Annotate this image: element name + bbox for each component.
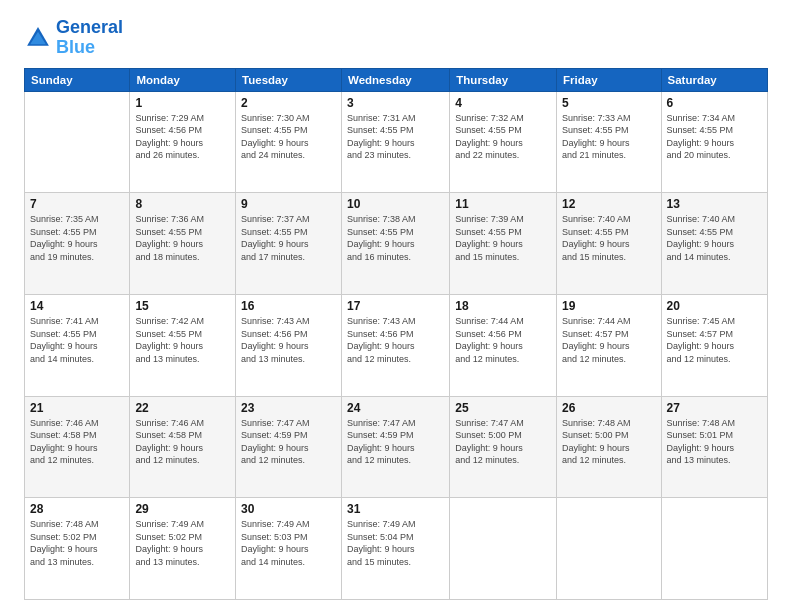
- day-number: 30: [241, 502, 336, 516]
- weekday-header: Monday: [130, 68, 236, 91]
- calendar-day-cell: 15Sunrise: 7:42 AM Sunset: 4:55 PM Dayli…: [130, 294, 236, 396]
- day-info: Sunrise: 7:46 AM Sunset: 4:58 PM Dayligh…: [30, 417, 124, 467]
- day-number: 26: [562, 401, 656, 415]
- weekday-header: Saturday: [661, 68, 767, 91]
- day-info: Sunrise: 7:35 AM Sunset: 4:55 PM Dayligh…: [30, 213, 124, 263]
- day-info: Sunrise: 7:36 AM Sunset: 4:55 PM Dayligh…: [135, 213, 230, 263]
- calendar-day-cell: 7Sunrise: 7:35 AM Sunset: 4:55 PM Daylig…: [25, 193, 130, 295]
- day-number: 11: [455, 197, 551, 211]
- weekday-header: Tuesday: [236, 68, 342, 91]
- day-number: 13: [667, 197, 762, 211]
- day-number: 3: [347, 96, 444, 110]
- day-info: Sunrise: 7:41 AM Sunset: 4:55 PM Dayligh…: [30, 315, 124, 365]
- calendar-day-cell: 8Sunrise: 7:36 AM Sunset: 4:55 PM Daylig…: [130, 193, 236, 295]
- day-info: Sunrise: 7:49 AM Sunset: 5:03 PM Dayligh…: [241, 518, 336, 568]
- calendar-day-cell: 24Sunrise: 7:47 AM Sunset: 4:59 PM Dayli…: [342, 396, 450, 498]
- calendar-day-cell: 27Sunrise: 7:48 AM Sunset: 5:01 PM Dayli…: [661, 396, 767, 498]
- calendar-day-cell: [661, 498, 767, 600]
- calendar-day-cell: 25Sunrise: 7:47 AM Sunset: 5:00 PM Dayli…: [450, 396, 557, 498]
- day-info: Sunrise: 7:44 AM Sunset: 4:57 PM Dayligh…: [562, 315, 656, 365]
- calendar-day-cell: [557, 498, 662, 600]
- day-number: 15: [135, 299, 230, 313]
- calendar-day-cell: [450, 498, 557, 600]
- day-number: 12: [562, 197, 656, 211]
- day-number: 8: [135, 197, 230, 211]
- logo-text: GeneralBlue: [56, 18, 123, 58]
- day-number: 22: [135, 401, 230, 415]
- day-number: 17: [347, 299, 444, 313]
- day-info: Sunrise: 7:33 AM Sunset: 4:55 PM Dayligh…: [562, 112, 656, 162]
- calendar-week-row: 1Sunrise: 7:29 AM Sunset: 4:56 PM Daylig…: [25, 91, 768, 193]
- calendar-day-cell: 20Sunrise: 7:45 AM Sunset: 4:57 PM Dayli…: [661, 294, 767, 396]
- day-info: Sunrise: 7:48 AM Sunset: 5:00 PM Dayligh…: [562, 417, 656, 467]
- day-info: Sunrise: 7:40 AM Sunset: 4:55 PM Dayligh…: [667, 213, 762, 263]
- calendar-day-cell: 21Sunrise: 7:46 AM Sunset: 4:58 PM Dayli…: [25, 396, 130, 498]
- day-number: 14: [30, 299, 124, 313]
- day-info: Sunrise: 7:47 AM Sunset: 5:00 PM Dayligh…: [455, 417, 551, 467]
- day-number: 24: [347, 401, 444, 415]
- day-info: Sunrise: 7:47 AM Sunset: 4:59 PM Dayligh…: [347, 417, 444, 467]
- calendar-day-cell: 9Sunrise: 7:37 AM Sunset: 4:55 PM Daylig…: [236, 193, 342, 295]
- calendar-week-row: 14Sunrise: 7:41 AM Sunset: 4:55 PM Dayli…: [25, 294, 768, 396]
- day-info: Sunrise: 7:43 AM Sunset: 4:56 PM Dayligh…: [241, 315, 336, 365]
- logo-icon: [24, 24, 52, 52]
- day-number: 31: [347, 502, 444, 516]
- weekday-header: Thursday: [450, 68, 557, 91]
- day-number: 19: [562, 299, 656, 313]
- day-info: Sunrise: 7:38 AM Sunset: 4:55 PM Dayligh…: [347, 213, 444, 263]
- day-number: 2: [241, 96, 336, 110]
- calendar-week-row: 7Sunrise: 7:35 AM Sunset: 4:55 PM Daylig…: [25, 193, 768, 295]
- calendar-day-cell: 26Sunrise: 7:48 AM Sunset: 5:00 PM Dayli…: [557, 396, 662, 498]
- day-info: Sunrise: 7:30 AM Sunset: 4:55 PM Dayligh…: [241, 112, 336, 162]
- day-info: Sunrise: 7:39 AM Sunset: 4:55 PM Dayligh…: [455, 213, 551, 263]
- calendar-day-cell: 29Sunrise: 7:49 AM Sunset: 5:02 PM Dayli…: [130, 498, 236, 600]
- day-info: Sunrise: 7:42 AM Sunset: 4:55 PM Dayligh…: [135, 315, 230, 365]
- day-info: Sunrise: 7:29 AM Sunset: 4:56 PM Dayligh…: [135, 112, 230, 162]
- calendar-day-cell: 23Sunrise: 7:47 AM Sunset: 4:59 PM Dayli…: [236, 396, 342, 498]
- day-number: 6: [667, 96, 762, 110]
- calendar-day-cell: 4Sunrise: 7:32 AM Sunset: 4:55 PM Daylig…: [450, 91, 557, 193]
- day-number: 18: [455, 299, 551, 313]
- calendar-day-cell: 14Sunrise: 7:41 AM Sunset: 4:55 PM Dayli…: [25, 294, 130, 396]
- day-number: 25: [455, 401, 551, 415]
- calendar-day-cell: 28Sunrise: 7:48 AM Sunset: 5:02 PM Dayli…: [25, 498, 130, 600]
- day-number: 23: [241, 401, 336, 415]
- day-info: Sunrise: 7:40 AM Sunset: 4:55 PM Dayligh…: [562, 213, 656, 263]
- calendar-week-row: 21Sunrise: 7:46 AM Sunset: 4:58 PM Dayli…: [25, 396, 768, 498]
- calendar-day-cell: 16Sunrise: 7:43 AM Sunset: 4:56 PM Dayli…: [236, 294, 342, 396]
- weekday-row: SundayMondayTuesdayWednesdayThursdayFrid…: [25, 68, 768, 91]
- calendar-day-cell: [25, 91, 130, 193]
- calendar-day-cell: 22Sunrise: 7:46 AM Sunset: 4:58 PM Dayli…: [130, 396, 236, 498]
- header: GeneralBlue: [24, 18, 768, 58]
- weekday-header: Sunday: [25, 68, 130, 91]
- day-number: 1: [135, 96, 230, 110]
- day-number: 5: [562, 96, 656, 110]
- day-number: 7: [30, 197, 124, 211]
- day-info: Sunrise: 7:49 AM Sunset: 5:02 PM Dayligh…: [135, 518, 230, 568]
- calendar-header: SundayMondayTuesdayWednesdayThursdayFrid…: [25, 68, 768, 91]
- calendar-day-cell: 6Sunrise: 7:34 AM Sunset: 4:55 PM Daylig…: [661, 91, 767, 193]
- calendar-day-cell: 12Sunrise: 7:40 AM Sunset: 4:55 PM Dayli…: [557, 193, 662, 295]
- weekday-header: Friday: [557, 68, 662, 91]
- day-number: 28: [30, 502, 124, 516]
- calendar-day-cell: 2Sunrise: 7:30 AM Sunset: 4:55 PM Daylig…: [236, 91, 342, 193]
- calendar-day-cell: 10Sunrise: 7:38 AM Sunset: 4:55 PM Dayli…: [342, 193, 450, 295]
- calendar: SundayMondayTuesdayWednesdayThursdayFrid…: [24, 68, 768, 600]
- day-info: Sunrise: 7:49 AM Sunset: 5:04 PM Dayligh…: [347, 518, 444, 568]
- logo: GeneralBlue: [24, 18, 123, 58]
- calendar-day-cell: 5Sunrise: 7:33 AM Sunset: 4:55 PM Daylig…: [557, 91, 662, 193]
- day-number: 29: [135, 502, 230, 516]
- page: GeneralBlue SundayMondayTuesdayWednesday…: [0, 0, 792, 612]
- calendar-day-cell: 13Sunrise: 7:40 AM Sunset: 4:55 PM Dayli…: [661, 193, 767, 295]
- calendar-day-cell: 18Sunrise: 7:44 AM Sunset: 4:56 PM Dayli…: [450, 294, 557, 396]
- day-number: 21: [30, 401, 124, 415]
- calendar-day-cell: 30Sunrise: 7:49 AM Sunset: 5:03 PM Dayli…: [236, 498, 342, 600]
- day-number: 9: [241, 197, 336, 211]
- day-number: 4: [455, 96, 551, 110]
- day-info: Sunrise: 7:43 AM Sunset: 4:56 PM Dayligh…: [347, 315, 444, 365]
- day-info: Sunrise: 7:46 AM Sunset: 4:58 PM Dayligh…: [135, 417, 230, 467]
- calendar-body: 1Sunrise: 7:29 AM Sunset: 4:56 PM Daylig…: [25, 91, 768, 599]
- calendar-day-cell: 19Sunrise: 7:44 AM Sunset: 4:57 PM Dayli…: [557, 294, 662, 396]
- calendar-day-cell: 17Sunrise: 7:43 AM Sunset: 4:56 PM Dayli…: [342, 294, 450, 396]
- day-info: Sunrise: 7:48 AM Sunset: 5:01 PM Dayligh…: [667, 417, 762, 467]
